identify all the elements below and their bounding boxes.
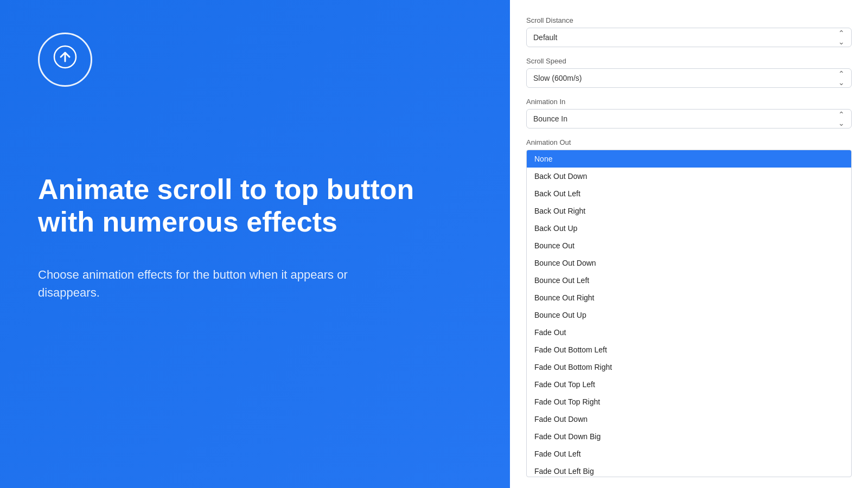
animation-out-option-5[interactable]: Bounce Out bbox=[527, 237, 851, 254]
scroll-distance-group: Scroll Distance Default ⌃⌄ bbox=[526, 16, 852, 47]
animation-out-option-10[interactable]: Fade Out bbox=[527, 324, 851, 341]
animation-in-select-wrapper[interactable]: Bounce In ⌃⌄ bbox=[526, 109, 852, 129]
animation-out-option-15[interactable]: Fade Out Down bbox=[527, 410, 851, 428]
animation-out-option-0[interactable]: None bbox=[527, 150, 851, 168]
animation-out-option-12[interactable]: Fade Out Bottom Right bbox=[527, 358, 851, 376]
scroll-distance-select-wrapper[interactable]: Default ⌃⌄ bbox=[526, 28, 852, 47]
animation-in-label: Animation In bbox=[526, 98, 852, 106]
animation-out-option-8[interactable]: Bounce Out Right bbox=[527, 289, 851, 306]
animation-out-option-3[interactable]: Back Out Right bbox=[527, 202, 851, 220]
scroll-distance-label: Scroll Distance bbox=[526, 16, 852, 24]
animation-out-option-14[interactable]: Fade Out Top Right bbox=[527, 393, 851, 410]
animation-out-option-17[interactable]: Fade Out Left bbox=[527, 445, 851, 463]
animation-out-option-7[interactable]: Bounce Out Left bbox=[527, 272, 851, 289]
animation-out-option-2[interactable]: Back Out Left bbox=[527, 185, 851, 202]
animation-in-group: Animation In Bounce In ⌃⌄ bbox=[526, 98, 852, 129]
animation-out-option-18[interactable]: Fade Out Left Big bbox=[527, 463, 851, 477]
right-panel: Scroll Distance Default ⌃⌄ Scroll Speed … bbox=[510, 0, 868, 488]
main-container: Animate scroll to top button with numero… bbox=[0, 0, 868, 488]
animation-out-option-16[interactable]: Fade Out Down Big bbox=[527, 428, 851, 445]
scroll-speed-select[interactable]: Slow (600m/s) bbox=[527, 69, 851, 87]
scroll-speed-label: Scroll Speed bbox=[526, 57, 852, 65]
animation-out-section: Animation Out NoneBack Out DownBack Out … bbox=[526, 138, 852, 477]
scroll-speed-group: Scroll Speed Slow (600m/s) ⌃⌄ bbox=[526, 57, 852, 88]
logo-icon bbox=[52, 44, 78, 75]
animation-out-list: NoneBack Out DownBack Out LeftBack Out R… bbox=[527, 150, 851, 477]
page-subtext: Choose animation effects for the button … bbox=[38, 266, 353, 301]
animation-out-option-13[interactable]: Fade Out Top Left bbox=[527, 376, 851, 393]
scroll-distance-select[interactable]: Default bbox=[527, 28, 851, 47]
animation-out-option-11[interactable]: Fade Out Bottom Left bbox=[527, 341, 851, 358]
animation-out-option-1[interactable]: Back Out Down bbox=[527, 168, 851, 185]
scroll-speed-select-wrapper[interactable]: Slow (600m/s) ⌃⌄ bbox=[526, 68, 852, 88]
animation-out-label: Animation Out bbox=[526, 138, 852, 146]
animation-in-select[interactable]: Bounce In bbox=[527, 110, 851, 128]
animation-out-option-9[interactable]: Bounce Out Up bbox=[527, 306, 851, 324]
animation-out-option-4[interactable]: Back Out Up bbox=[527, 220, 851, 237]
page-headline: Animate scroll to top button with numero… bbox=[38, 174, 472, 239]
animation-out-dropdown[interactable]: NoneBack Out DownBack Out LeftBack Out R… bbox=[526, 150, 852, 477]
logo-circle bbox=[38, 33, 92, 87]
left-panel: Animate scroll to top button with numero… bbox=[0, 0, 510, 488]
animation-out-option-6[interactable]: Bounce Out Down bbox=[527, 254, 851, 272]
